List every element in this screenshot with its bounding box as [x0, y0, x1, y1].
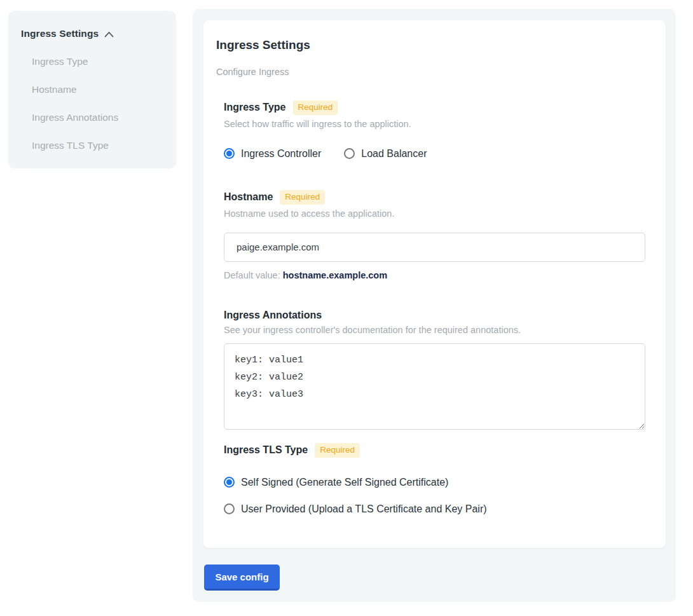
radio-option-self-signed[interactable]: Self Signed (Generate Self Signed Certif… — [224, 477, 645, 488]
radio-option-label: Ingress Controller — [241, 148, 321, 160]
settings-sidebar: Ingress Settings Ingress Type Hostname I… — [8, 11, 176, 168]
radio-option-load-balancer[interactable]: Load Balancer — [344, 148, 427, 160]
ingress-type-description: Select how traffic will ingress to the a… — [224, 119, 645, 129]
annotations-label: Ingress Annotations — [224, 310, 322, 321]
chevron-up-icon[interactable] — [104, 31, 114, 38]
radio-unselected-icon[interactable] — [224, 503, 235, 514]
required-badge: Required — [280, 190, 325, 205]
ingress-type-label: Ingress Type — [224, 102, 286, 113]
radio-selected-icon[interactable] — [224, 477, 235, 488]
required-badge: Required — [293, 100, 338, 115]
sidebar-item-ingress-type[interactable]: Ingress Type — [32, 56, 163, 67]
page-title: Ingress Settings — [216, 38, 653, 52]
tls-type-label: Ingress TLS Type — [224, 444, 308, 456]
hostname-input[interactable] — [224, 233, 645, 262]
hostname-default-line: Default value: hostname.example.com — [224, 270, 645, 280]
default-value: hostname.example.com — [283, 270, 387, 280]
radio-option-label: User Provided (Upload a TLS Certificate … — [241, 503, 487, 515]
ingress-type-radio-group: Ingress Controller Load Balancer — [224, 148, 645, 160]
save-config-button[interactable]: Save config — [204, 565, 280, 591]
radio-option-label: Load Balancer — [361, 148, 427, 160]
hostname-label: Hostname — [224, 191, 273, 203]
section-ingress-annotations: Ingress Annotations See your ingress con… — [224, 310, 645, 430]
radio-unselected-icon[interactable] — [344, 148, 355, 159]
hostname-description: Hostname used to access the application. — [224, 209, 645, 219]
sidebar-section-title: Ingress Settings — [21, 28, 99, 39]
required-badge: Required — [315, 443, 360, 458]
default-value-prefix: Default value: — [224, 270, 283, 280]
section-ingress-type: Ingress Type Required Select how traffic… — [224, 100, 645, 160]
radio-option-label: Self Signed (Generate Self Signed Certif… — [241, 477, 448, 488]
sidebar-item-hostname[interactable]: Hostname — [32, 84, 163, 95]
section-hostname: Hostname Required Hostname used to acces… — [224, 190, 645, 280]
radio-option-ingress-controller[interactable]: Ingress Controller — [224, 148, 321, 160]
annotations-textarea[interactable]: key1: value1 key2: value2 key3: value3 — [224, 343, 645, 430]
annotations-description: See your ingress controller's documentat… — [224, 325, 645, 335]
sidebar-item-ingress-annotations[interactable]: Ingress Annotations — [32, 112, 163, 123]
radio-selected-icon[interactable] — [224, 148, 235, 159]
sidebar-item-ingress-tls-type[interactable]: Ingress TLS Type — [32, 140, 163, 151]
radio-option-user-provided[interactable]: User Provided (Upload a TLS Certificate … — [224, 503, 645, 515]
section-ingress-tls-type: Ingress TLS Type Required Self Signed (G… — [224, 443, 645, 515]
ingress-settings-card: Ingress Settings Configure Ingress Ingre… — [203, 20, 666, 548]
page-subtitle: Configure Ingress — [216, 67, 653, 77]
sidebar-section-toggle[interactable]: Ingress Settings — [21, 28, 163, 39]
settings-panel: Ingress Settings Configure Ingress Ingre… — [193, 9, 676, 602]
